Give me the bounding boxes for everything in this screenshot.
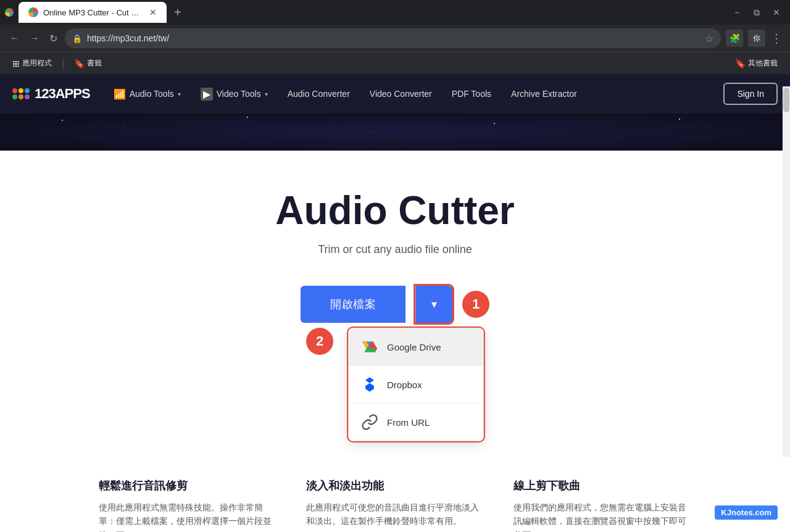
address-bar: ← → ↻ 🔒 https://mp3cut.net/tw/ ☆ 🧩 你 ⋮	[0, 25, 790, 52]
dropbox-label: Dropbox	[387, 380, 422, 390]
nav-video-converter-label: Video Converter	[370, 89, 432, 99]
logo-dot-4	[12, 94, 17, 99]
nav-audio-converter-label: Audio Converter	[288, 89, 350, 99]
minimize-button[interactable]: −	[728, 4, 746, 21]
forward-button[interactable]: →	[27, 30, 42, 46]
logo-dots	[12, 88, 30, 99]
from-url-icon	[361, 414, 378, 431]
dropdown-dropbox[interactable]: Dropbox	[349, 366, 483, 404]
logo-text: 123APPS	[35, 86, 90, 102]
feature-2: 淡入和淡出功能 此應用程式可使您的音訊曲目進行平滑地淡入和淡出。這在製作手機鈴聲…	[306, 478, 484, 532]
bookmark-other-icon: 🔖	[735, 59, 746, 69]
kjnotes-watermark: KJnotes.com	[715, 505, 778, 520]
nav-archive-extractor[interactable]: Archive Extractor	[502, 84, 586, 104]
more-options-button[interactable]: ⋮	[770, 31, 783, 46]
browser-favicon	[5, 8, 14, 17]
feature-3: 線上剪下歌曲 使用我們的應用程式，您無需在電腦上安裝音訊編輯軟體，直接在瀏覽器視…	[514, 478, 691, 532]
nav-audio-tools[interactable]: 📶 Audio Tools ▾	[105, 83, 189, 105]
url-input[interactable]: 🔒 https://mp3cut.net/tw/ ☆	[65, 28, 721, 48]
profile-icon[interactable]: 你	[748, 30, 765, 47]
video-play-icon: ▶	[201, 88, 213, 101]
bookmark-other[interactable]: 🔖 其他書籤	[730, 56, 783, 71]
open-file-button[interactable]: 開啟檔案	[301, 286, 405, 323]
nav-video-converter[interactable]: Video Converter	[361, 84, 441, 104]
feature-1: 輕鬆進行音訊修剪 使用此應用程式無需特殊技能。操作非常簡單：僅需上載檔案，使用滑…	[99, 478, 276, 532]
bookmark-icon: 🔖	[74, 59, 85, 69]
logo-dot-2	[19, 88, 23, 93]
badge-2: 2	[306, 328, 333, 355]
badge-1: 1	[462, 291, 489, 318]
sign-in-button[interactable]: Sign In	[723, 83, 778, 105]
dropdown-google-drive[interactable]: Google Drive	[349, 328, 483, 366]
bookmarks-bar: ⊞ 應用程式 | 🔖 書籤 🔖 其他書籤	[0, 52, 790, 74]
url-text: https://mp3cut.net/tw/	[87, 33, 700, 43]
app-logo[interactable]: 123APPS	[12, 86, 90, 102]
logo-dot-6	[25, 94, 30, 99]
audio-waveform-icon: 📶	[114, 88, 126, 100]
back-button[interactable]: ←	[7, 30, 22, 46]
dropdown-container: 2 Google Drive	[306, 328, 484, 441]
scrollbar-thumb[interactable]	[783, 88, 789, 112]
nav-archive-extractor-label: Archive Extractor	[511, 89, 577, 99]
scrollbar[interactable]	[783, 86, 790, 457]
nav-items: 📶 Audio Tools ▾ ▶ Video Tools ▾ Audio Co…	[105, 83, 724, 106]
file-source-dropdown: Google Drive Dropbox From URL	[348, 328, 484, 441]
audio-tools-chevron-icon: ▾	[178, 91, 181, 98]
page-title: Audio Cutter	[275, 188, 515, 233]
feature-1-description: 使用此應用程式無需特殊技能。操作非常簡單：僅需上載檔案，使用滑桿選擇一個片段並按…	[99, 501, 276, 532]
page-subtitle: Trim or cut any audio file online	[318, 243, 472, 256]
browser-tab-active[interactable]: Online MP3 Cutter - Cut Songs... ✕	[19, 2, 167, 23]
nav-audio-tools-label: Audio Tools	[130, 89, 174, 99]
nav-pdf-tools-label: PDF Tools	[452, 89, 491, 99]
dropdown-from-url[interactable]: From URL	[349, 404, 483, 441]
new-tab-button[interactable]: +	[169, 3, 186, 22]
logo-dot-3	[25, 88, 30, 93]
bookmark-separator: |	[62, 58, 64, 69]
logo-dot-1	[12, 88, 17, 93]
open-file-dropdown-button[interactable]: ▾	[415, 286, 452, 323]
bookmark-apps[interactable]: ⊞ 應用程式	[7, 56, 57, 71]
feature-2-title: 淡入和淡出功能	[306, 478, 484, 493]
window-controls: − ⧉ ✕	[728, 4, 785, 21]
video-tools-chevron-icon: ▾	[265, 91, 268, 98]
tab-favicon	[28, 7, 38, 17]
feature-1-title: 輕鬆進行音訊修剪	[99, 478, 276, 493]
maximize-button[interactable]: ⧉	[748, 4, 765, 21]
logo-dot-5	[19, 94, 23, 99]
lock-icon: 🔒	[72, 34, 82, 43]
open-file-row: 開啟檔案 ▾ 1	[301, 286, 489, 323]
tab-title: Online MP3 Cutter - Cut Songs...	[43, 8, 142, 17]
main-content: Audio Cutter Trim or cut any audio file …	[0, 151, 790, 532]
extensions-icon[interactable]: 🧩	[726, 30, 743, 47]
app-navbar: 123APPS 📶 Audio Tools ▾ ▶ Video Tools ▾ …	[0, 74, 790, 114]
apps-grid-icon: ⊞	[12, 59, 20, 69]
nav-video-tools-label: Video Tools	[217, 89, 261, 99]
stars-background	[0, 114, 790, 151]
from-url-label: From URL	[387, 417, 430, 428]
feature-2-description: 此應用程式可使您的音訊曲目進行平滑地淡入和淡出。這在製作手機鈴聲時非常有用。	[306, 501, 484, 528]
feature-3-description: 使用我們的應用程式，您無需在電腦上安裝音訊編輯軟體，直接在瀏覽器視窗中按幾下即可…	[514, 501, 691, 532]
bookmark-star-icon[interactable]: ☆	[705, 33, 713, 44]
close-button[interactable]: ✕	[768, 4, 785, 21]
bookmark-bookmarks[interactable]: 🔖 書籤	[69, 56, 107, 71]
google-drive-label: Google Drive	[387, 342, 441, 352]
reload-button[interactable]: ↻	[47, 30, 60, 47]
nav-audio-converter[interactable]: Audio Converter	[279, 84, 359, 104]
google-drive-icon	[361, 338, 378, 355]
nav-video-tools[interactable]: ▶ Video Tools ▾	[192, 83, 276, 106]
dropbox-icon	[361, 376, 378, 393]
dropdown-chevron-icon: ▾	[431, 297, 437, 311]
feature-3-title: 線上剪下歌曲	[514, 478, 691, 493]
nav-pdf-tools[interactable]: PDF Tools	[443, 84, 500, 104]
bookmark-label: 書籤	[87, 58, 102, 69]
bookmark-other-label: 其他書籤	[748, 58, 778, 69]
tab-close-button[interactable]: ✕	[149, 7, 157, 17]
features-section: 輕鬆進行音訊修剪 使用此應用程式無需特殊技能。操作非常簡單：僅需上載檔案，使用滑…	[86, 478, 704, 532]
bookmark-apps-label: 應用程式	[22, 58, 52, 69]
